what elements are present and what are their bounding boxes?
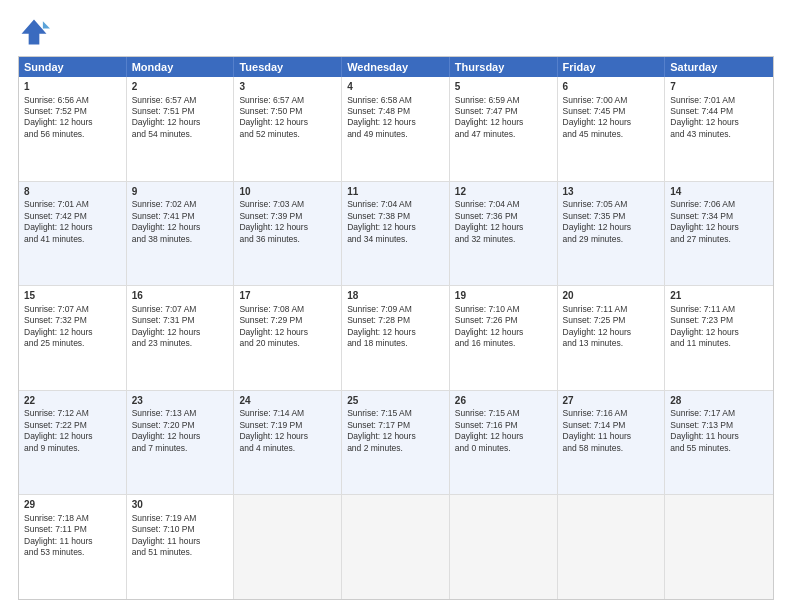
day-info-line: and 41 minutes.	[24, 234, 121, 245]
day-info-line: and 54 minutes.	[132, 129, 229, 140]
day-info-line: Sunset: 7:16 PM	[455, 420, 552, 431]
day-info-line: Sunset: 7:48 PM	[347, 106, 444, 117]
day-number: 7	[670, 80, 768, 94]
day-info-line: Daylight: 12 hours	[347, 117, 444, 128]
day-cell-3: 3Sunrise: 6:57 AMSunset: 7:50 PMDaylight…	[234, 77, 342, 181]
day-info-line: Sunset: 7:34 PM	[670, 211, 768, 222]
day-info-line: Sunrise: 7:02 AM	[132, 199, 229, 210]
day-info-line: Sunset: 7:20 PM	[132, 420, 229, 431]
day-info-line: Sunset: 7:29 PM	[239, 315, 336, 326]
day-cell-12: 12Sunrise: 7:04 AMSunset: 7:36 PMDayligh…	[450, 182, 558, 286]
day-cell-29: 29Sunrise: 7:18 AMSunset: 7:11 PMDayligh…	[19, 495, 127, 599]
header-day-wednesday: Wednesday	[342, 57, 450, 77]
day-number: 27	[563, 394, 660, 408]
day-number: 8	[24, 185, 121, 199]
day-number: 22	[24, 394, 121, 408]
empty-cell	[234, 495, 342, 599]
day-info-line: and 23 minutes.	[132, 338, 229, 349]
day-number: 13	[563, 185, 660, 199]
calendar-row-2: 8Sunrise: 7:01 AMSunset: 7:42 PMDaylight…	[19, 181, 773, 286]
day-number: 26	[455, 394, 552, 408]
day-info-line: and 0 minutes.	[455, 443, 552, 454]
day-number: 28	[670, 394, 768, 408]
day-cell-11: 11Sunrise: 7:04 AMSunset: 7:38 PMDayligh…	[342, 182, 450, 286]
day-info-line: Sunrise: 7:14 AM	[239, 408, 336, 419]
day-number: 4	[347, 80, 444, 94]
day-info-line: Daylight: 12 hours	[132, 117, 229, 128]
day-info-line: Daylight: 12 hours	[455, 117, 552, 128]
day-info-line: Sunset: 7:44 PM	[670, 106, 768, 117]
day-info-line: and 52 minutes.	[239, 129, 336, 140]
day-info-line: Daylight: 12 hours	[132, 222, 229, 233]
day-cell-19: 19Sunrise: 7:10 AMSunset: 7:26 PMDayligh…	[450, 286, 558, 390]
day-info-line: Sunset: 7:10 PM	[132, 524, 229, 535]
day-cell-27: 27Sunrise: 7:16 AMSunset: 7:14 PMDayligh…	[558, 391, 666, 495]
day-number: 20	[563, 289, 660, 303]
day-info-line: Daylight: 12 hours	[24, 327, 121, 338]
day-cell-24: 24Sunrise: 7:14 AMSunset: 7:19 PMDayligh…	[234, 391, 342, 495]
day-cell-8: 8Sunrise: 7:01 AMSunset: 7:42 PMDaylight…	[19, 182, 127, 286]
day-info-line: Sunset: 7:28 PM	[347, 315, 444, 326]
header	[18, 16, 774, 48]
day-info-line: Sunset: 7:51 PM	[132, 106, 229, 117]
day-info-line: Sunset: 7:32 PM	[24, 315, 121, 326]
day-info-line: and 16 minutes.	[455, 338, 552, 349]
day-info-line: Sunset: 7:50 PM	[239, 106, 336, 117]
day-info-line: Sunrise: 7:13 AM	[132, 408, 229, 419]
day-number: 15	[24, 289, 121, 303]
day-info-line: and 49 minutes.	[347, 129, 444, 140]
calendar-body: 1Sunrise: 6:56 AMSunset: 7:52 PMDaylight…	[19, 77, 773, 599]
day-info-line: Daylight: 12 hours	[347, 222, 444, 233]
calendar-row-3: 15Sunrise: 7:07 AMSunset: 7:32 PMDayligh…	[19, 285, 773, 390]
day-number: 6	[563, 80, 660, 94]
day-info-line: Daylight: 12 hours	[132, 431, 229, 442]
day-info-line: and 58 minutes.	[563, 443, 660, 454]
day-info-line: and 9 minutes.	[24, 443, 121, 454]
day-info-line: Sunrise: 6:56 AM	[24, 95, 121, 106]
day-info-line: Sunrise: 7:04 AM	[455, 199, 552, 210]
calendar: SundayMondayTuesdayWednesdayThursdayFrid…	[18, 56, 774, 600]
day-info-line: Sunset: 7:42 PM	[24, 211, 121, 222]
day-info-line: Daylight: 12 hours	[347, 431, 444, 442]
day-info-line: and 18 minutes.	[347, 338, 444, 349]
day-number: 17	[239, 289, 336, 303]
day-info-line: Daylight: 12 hours	[132, 327, 229, 338]
day-info-line: Sunrise: 6:57 AM	[239, 95, 336, 106]
day-info-line: Daylight: 12 hours	[239, 117, 336, 128]
empty-cell	[665, 495, 773, 599]
day-info-line: and 13 minutes.	[563, 338, 660, 349]
day-info-line: Sunset: 7:39 PM	[239, 211, 336, 222]
day-info-line: Sunrise: 7:05 AM	[563, 199, 660, 210]
day-number: 24	[239, 394, 336, 408]
day-info-line: and 47 minutes.	[455, 129, 552, 140]
day-info-line: Sunrise: 7:11 AM	[670, 304, 768, 315]
day-number: 19	[455, 289, 552, 303]
day-number: 11	[347, 185, 444, 199]
day-cell-14: 14Sunrise: 7:06 AMSunset: 7:34 PMDayligh…	[665, 182, 773, 286]
day-info-line: Sunrise: 7:17 AM	[670, 408, 768, 419]
day-info-line: and 45 minutes.	[563, 129, 660, 140]
day-cell-9: 9Sunrise: 7:02 AMSunset: 7:41 PMDaylight…	[127, 182, 235, 286]
day-cell-1: 1Sunrise: 6:56 AMSunset: 7:52 PMDaylight…	[19, 77, 127, 181]
empty-cell	[342, 495, 450, 599]
day-info-line: Sunset: 7:23 PM	[670, 315, 768, 326]
day-number: 5	[455, 80, 552, 94]
day-info-line: Daylight: 11 hours	[670, 431, 768, 442]
day-cell-15: 15Sunrise: 7:07 AMSunset: 7:32 PMDayligh…	[19, 286, 127, 390]
day-info-line: Daylight: 12 hours	[670, 222, 768, 233]
day-cell-22: 22Sunrise: 7:12 AMSunset: 7:22 PMDayligh…	[19, 391, 127, 495]
day-info-line: Sunset: 7:13 PM	[670, 420, 768, 431]
day-info-line: Sunrise: 6:58 AM	[347, 95, 444, 106]
day-cell-6: 6Sunrise: 7:00 AMSunset: 7:45 PMDaylight…	[558, 77, 666, 181]
day-number: 10	[239, 185, 336, 199]
day-number: 9	[132, 185, 229, 199]
day-info-line: Sunrise: 7:09 AM	[347, 304, 444, 315]
day-info-line: and 4 minutes.	[239, 443, 336, 454]
day-info-line: Sunrise: 6:59 AM	[455, 95, 552, 106]
day-cell-23: 23Sunrise: 7:13 AMSunset: 7:20 PMDayligh…	[127, 391, 235, 495]
day-number: 18	[347, 289, 444, 303]
day-cell-17: 17Sunrise: 7:08 AMSunset: 7:29 PMDayligh…	[234, 286, 342, 390]
day-info-line: Daylight: 12 hours	[670, 327, 768, 338]
day-cell-13: 13Sunrise: 7:05 AMSunset: 7:35 PMDayligh…	[558, 182, 666, 286]
day-number: 14	[670, 185, 768, 199]
